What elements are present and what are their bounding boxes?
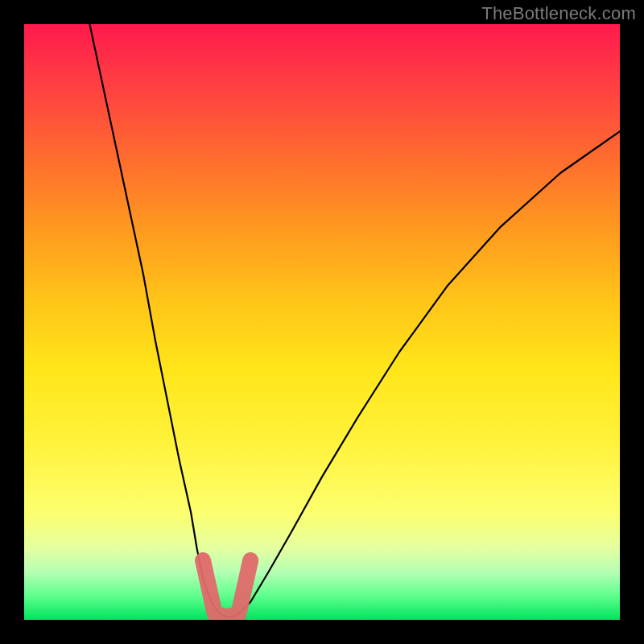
- curve-layer: [24, 24, 620, 620]
- right-curve: [238, 131, 620, 613]
- highlighted-min-region: [203, 560, 250, 617]
- plot-area: [24, 24, 620, 620]
- chart-frame: TheBottleneck.com: [0, 0, 644, 644]
- left-curve: [89, 24, 221, 614]
- watermark-text: TheBottleneck.com: [481, 3, 636, 24]
